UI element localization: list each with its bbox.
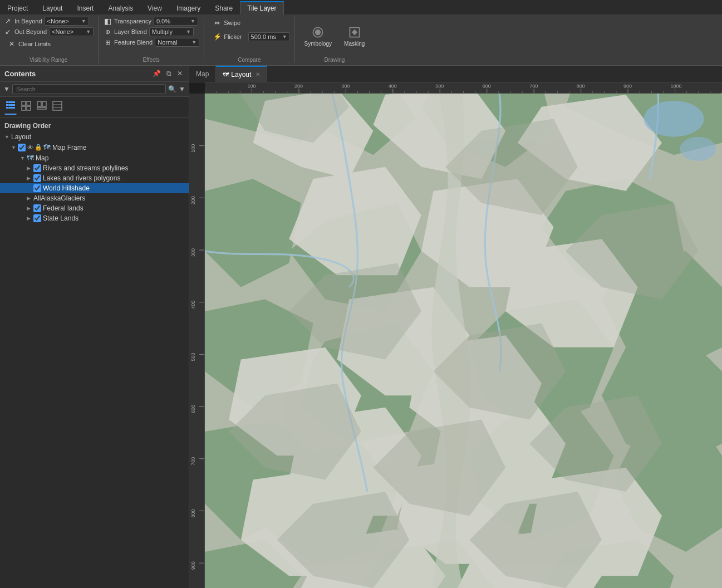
tree-item-map[interactable]: ▼ 🗺 Map <box>0 153 189 163</box>
tab-project[interactable]: Project <box>0 1 35 14</box>
transparency-dropdown[interactable]: 0.0% ▼ <box>154 17 198 26</box>
grid-view-button[interactable] <box>20 100 32 114</box>
tree-item-federal-lands[interactable]: ▶ Federal lands <box>0 203 189 213</box>
symbology-label: Symbology <box>304 41 332 47</box>
hillshade-label: World Hillshade <box>43 184 90 192</box>
sidebar-header: Contents 📌 ⧉ ✕ <box>0 66 189 82</box>
layer-blend-dropdown[interactable]: Multiply ▼ <box>149 27 194 36</box>
layout-tab-close[interactable]: ✕ <box>256 71 260 77</box>
rivers-checkbox[interactable] <box>33 164 41 172</box>
sidebar-close-button[interactable]: ✕ <box>175 69 184 78</box>
masking-button[interactable]: Masking <box>339 17 370 56</box>
clear-limits-label: Clear Limits <box>18 41 51 47</box>
flicker-arrow: ▼ <box>282 34 287 40</box>
ruler-left-canvas <box>189 94 205 588</box>
tab-imagery[interactable]: Imagery <box>169 1 208 14</box>
search-button[interactable]: 🔍 <box>168 85 176 93</box>
svg-rect-8 <box>8 107 15 109</box>
search-input[interactable] <box>12 84 166 94</box>
view-content <box>189 82 722 588</box>
symbology-button[interactable]: Symbology <box>299 17 337 56</box>
feature-blend-dropdown[interactable]: Normal ▼ <box>155 38 199 47</box>
clear-limits-icon: ✕ <box>7 40 16 48</box>
tab-layout[interactable]: Layout <box>35 1 70 14</box>
hillshade-expand <box>27 185 33 191</box>
swipe-button[interactable]: ⇔ Swipe <box>209 17 244 29</box>
swipe-row: ⇔ Swipe <box>209 17 289 29</box>
lock-icon: 🔒 <box>35 144 42 151</box>
glaciers-expand: ▶ <box>27 195 33 201</box>
svg-rect-11 <box>22 106 26 110</box>
drawing-buttons-row: Symbology Masking <box>299 17 370 56</box>
lakes-label: Lakes and rivers polygons <box>43 174 120 182</box>
view-tab-map[interactable]: Map <box>189 66 216 82</box>
detail-view-button[interactable] <box>51 100 63 114</box>
search-options-button[interactable]: ▼ <box>179 85 185 93</box>
view-tabs: Map 🗺 Layout ✕ <box>189 66 722 82</box>
ribbon-content-area: ↗ In Beyond <None> ▼ ↙ Out Beyond <None>… <box>0 14 722 65</box>
map-folder-icon: 🗺 <box>27 154 34 162</box>
ruler-left <box>189 94 205 588</box>
svg-rect-13 <box>37 101 41 106</box>
tree-item-map-frame[interactable]: ▼ 👁 🔒 🗺 Map Frame <box>0 142 189 153</box>
clear-limits-button[interactable]: ✕ Clear Limits <box>3 38 55 50</box>
map-frame-checkbox[interactable] <box>18 144 26 151</box>
ribbon-group-compare: ⇔ Swipe ⚡ Flicker 500.0 ms ▼ Compare <box>209 17 294 63</box>
sidebar-pin-button[interactable]: 📌 <box>151 69 163 78</box>
svg-point-1 <box>315 30 321 35</box>
map-frame-map-icon: 🗺 <box>43 143 51 151</box>
sidebar-float-button[interactable]: ⧉ <box>165 69 173 78</box>
tree-item-layout[interactable]: ▼ Layout <box>0 132 189 142</box>
ribbon-group-effects: ◧ Transparency 0.0% ▼ ⊕ Layer Blend Mult… <box>103 17 204 63</box>
map-frame-label: Map Frame <box>52 144 86 151</box>
flicker-button[interactable]: ⚡ Flicker <box>209 31 245 43</box>
lakes-expand: ▶ <box>27 175 33 181</box>
federal-checkbox[interactable] <box>33 204 41 212</box>
tab-tile-layer[interactable]: Tile Layer <box>240 1 283 14</box>
contents-toolbar <box>0 97 189 117</box>
drawing-group-label: Drawing <box>299 56 370 63</box>
clear-limits-row: ✕ Clear Limits <box>3 38 94 50</box>
eye-icon: 👁 <box>27 144 33 151</box>
view-tab-layout[interactable]: 🗺 Layout ✕ <box>216 66 267 82</box>
flicker-row: ⚡ Flicker 500.0 ms ▼ <box>209 31 289 43</box>
transparency-label: Transparency <box>114 18 151 24</box>
view-area: Map 🗺 Layout ✕ <box>189 66 722 588</box>
swipe-icon: ⇔ <box>213 18 222 27</box>
thumbnail-view-button[interactable] <box>36 100 48 114</box>
tree-item-state-lands[interactable]: ▶ State Lands <box>0 213 189 223</box>
lake-2 <box>680 137 716 161</box>
flicker-value-dropdown[interactable]: 500.0 ms ▼ <box>248 32 290 41</box>
tree-item-world-hillshade[interactable]: World Hillshade <box>0 183 189 193</box>
map-background <box>205 94 722 588</box>
effects-items: ◧ Transparency 0.0% ▼ ⊕ Layer Blend Mult… <box>103 17 199 56</box>
in-beyond-dropdown[interactable]: <None> ▼ <box>45 17 89 26</box>
svg-rect-5 <box>6 104 8 106</box>
out-beyond-dropdown[interactable]: <None> ▼ <box>49 27 94 36</box>
svg-rect-3 <box>6 101 8 103</box>
swipe-label: Swipe <box>224 19 240 26</box>
ribbon: Project Layout Insert Analysis View Imag… <box>0 0 722 66</box>
hillshade-checkbox[interactable] <box>33 184 41 192</box>
masking-icon <box>348 26 361 39</box>
tab-analysis[interactable]: Analysis <box>101 1 140 14</box>
state-checkbox[interactable] <box>33 214 41 222</box>
ribbon-group-drawing: Symbology Masking Drawing <box>299 17 375 63</box>
transparency-icon: ◧ <box>103 17 112 26</box>
lakes-checkbox[interactable] <box>33 174 41 182</box>
map-viewport[interactable] <box>205 94 722 588</box>
tab-insert[interactable]: Insert <box>70 1 101 14</box>
tab-share[interactable]: Share <box>208 1 240 14</box>
svg-rect-15 <box>37 107 46 109</box>
tree-item-rivers[interactable]: ▶ Rivers and streams polylines <box>0 163 189 173</box>
feature-blend-label: Feature Blend <box>114 39 153 46</box>
tab-view[interactable]: View <box>140 1 169 14</box>
svg-rect-14 <box>42 101 46 106</box>
tree-item-alaska-glaciers[interactable]: ▶ AllAlaskaGlaciers <box>0 193 189 203</box>
ruler-top <box>205 82 722 94</box>
layer-blend-arrow: ▼ <box>186 29 191 35</box>
list-view-button[interactable] <box>4 99 17 115</box>
compare-items: ⇔ Swipe ⚡ Flicker 500.0 ms ▼ <box>209 17 289 56</box>
drawing-items: Symbology Masking <box>299 17 370 56</box>
tree-item-lakes[interactable]: ▶ Lakes and rivers polygons <box>0 173 189 183</box>
